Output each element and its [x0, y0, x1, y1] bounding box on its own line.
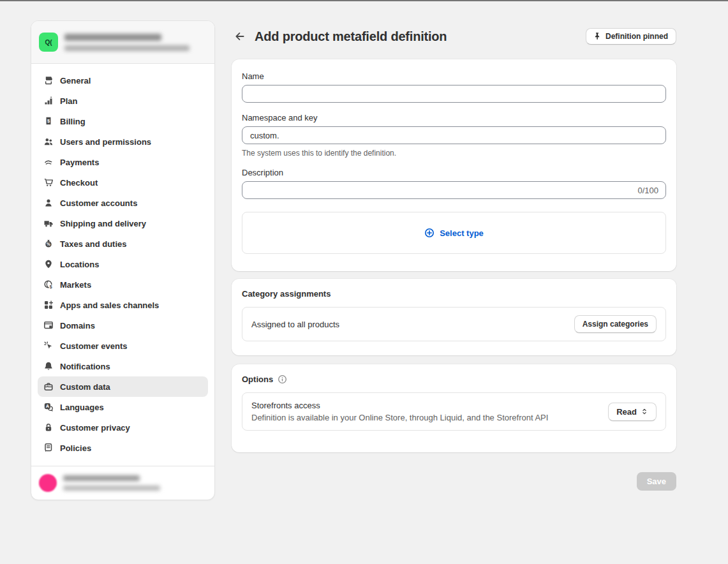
sidebar-item-label: Checkout: [60, 178, 98, 188]
sidebar-item-shipping-and-delivery[interactable]: Shipping and delivery: [38, 213, 208, 234]
store-url-redacted: [64, 45, 189, 51]
info-icon[interactable]: [278, 375, 287, 384]
user-identity: [63, 475, 160, 491]
sidebar-item-customer-accounts[interactable]: Customer accounts: [38, 193, 208, 213]
select-type-button[interactable]: Select type: [242, 212, 666, 254]
storefronts-access-title: Storefronts access: [251, 401, 608, 410]
sidebar-item-label: Customer events: [60, 341, 127, 351]
truck-icon: [43, 218, 54, 228]
sidebar-item-payments[interactable]: Payments: [38, 152, 208, 172]
assign-categories-label: Assign categories: [583, 320, 648, 329]
payments-icon: [43, 157, 54, 167]
sidebar-item-label: Apps and sales channels: [60, 301, 159, 310]
save-button[interactable]: Save: [637, 472, 676, 491]
sidebar-item-customer-events[interactable]: Customer events: [38, 336, 208, 356]
sidebar-nav: General Plan $ Billing Users and permiss…: [31, 64, 214, 464]
sidebar-item-label: Billing: [60, 117, 85, 126]
bell-icon: [43, 361, 54, 371]
sidebar-item-taxes-and-duties[interactable]: % Taxes and duties: [38, 234, 208, 254]
lock-icon: [43, 422, 54, 433]
settings-sidebar: Q( General Plan $ Billing Users and perm…: [31, 20, 215, 500]
plan-icon: [43, 96, 54, 106]
billing-icon: $: [43, 116, 54, 126]
sidebar-item-customer-privacy[interactable]: Customer privacy: [38, 417, 208, 438]
sidebar-item-label: Payments: [60, 158, 99, 167]
store-avatar: Q(: [39, 33, 58, 52]
arrow-left-icon: [234, 31, 246, 42]
sidebar-item-general[interactable]: General: [38, 70, 208, 91]
assign-categories-button[interactable]: Assign categories: [574, 315, 657, 333]
sidebar-item-label: Users and permissions: [60, 137, 151, 147]
back-button[interactable]: [232, 28, 248, 45]
sidebar-item-label: Plan: [60, 96, 77, 106]
sidebar-item-label: Taxes and duties: [60, 239, 127, 249]
user-account-footer[interactable]: [31, 466, 214, 500]
sidebar-item-checkout[interactable]: Checkout: [38, 172, 208, 193]
page-header: Add product metafield definition Definit…: [232, 27, 676, 46]
sidebar-item-label: Shipping and delivery: [60, 219, 146, 228]
namespace-key-input[interactable]: [242, 126, 666, 144]
sidebar-item-label: Customer privacy: [60, 423, 130, 433]
options-card: Options Storefronts access Definition is…: [232, 364, 676, 452]
cursor-icon: [43, 341, 54, 351]
select-type-label: Select type: [440, 228, 484, 238]
top-window-strip: [0, 0, 728, 1]
storefronts-access-value: Read: [616, 407, 637, 417]
cart-icon: [43, 177, 54, 188]
storefronts-access-select[interactable]: Read: [608, 403, 657, 421]
sidebar-item-label: General: [60, 76, 91, 85]
sidebar-item-policies[interactable]: Policies: [38, 438, 208, 458]
sidebar-item-domains[interactable]: Domains: [38, 315, 208, 336]
sidebar-item-label: Locations: [60, 260, 99, 269]
users-icon: [43, 137, 54, 147]
sidebar-item-plan[interactable]: Plan: [38, 91, 208, 111]
user-name-redacted: [63, 475, 140, 481]
sidebar-item-locations[interactable]: Locations: [38, 254, 208, 274]
svg-text:A: A: [46, 403, 50, 409]
plus-circle-icon: [424, 228, 435, 238]
domains-icon: [43, 320, 54, 330]
sidebar-item-label: Domains: [60, 321, 95, 330]
category-assignments-card: Category assignments Assigned to all pro…: [232, 279, 676, 355]
svg-text:%: %: [47, 242, 50, 246]
select-chevrons-icon: [641, 408, 648, 415]
store-header[interactable]: Q(: [31, 21, 214, 64]
page-title: Add product metafield definition: [255, 29, 447, 44]
sidebar-item-label: Policies: [60, 443, 91, 453]
definition-form-card: Name Namespace and key The system uses t…: [232, 59, 676, 271]
apps-icon: [43, 300, 54, 310]
store-name-redacted: [64, 34, 161, 41]
person-icon: [43, 198, 54, 208]
sidebar-item-apps-and-sales-channels[interactable]: Apps and sales channels: [38, 295, 208, 315]
sidebar-item-label: Notifications: [60, 362, 110, 371]
sidebar-item-label: Languages: [60, 403, 104, 412]
name-label: Name: [242, 71, 666, 81]
category-assignment-status: Assigned to all products: [251, 320, 574, 329]
svg-text:$: $: [50, 285, 52, 290]
sidebar-item-languages[interactable]: A Languages: [38, 397, 208, 417]
definition-pinned-button[interactable]: Definition pinned: [586, 28, 676, 45]
name-input[interactable]: [242, 85, 666, 103]
options-heading: Options: [242, 375, 273, 384]
description-input[interactable]: [242, 181, 666, 199]
user-email-redacted: [63, 486, 160, 491]
sidebar-item-users-and-permissions[interactable]: Users and permissions: [38, 131, 208, 152]
sidebar-item-markets[interactable]: $ Markets: [38, 274, 208, 295]
store-icon: [43, 75, 54, 85]
languages-icon: A: [43, 402, 54, 412]
pin-icon: [593, 32, 602, 41]
sidebar-item-label: Customer accounts: [60, 198, 137, 208]
description-label: Description: [242, 168, 666, 177]
user-avatar: [39, 474, 57, 492]
pin-icon: [43, 259, 54, 269]
tax-icon: %: [43, 239, 54, 249]
custom-data-icon: [43, 382, 54, 392]
sidebar-item-label: Custom data: [60, 382, 110, 392]
store-identity: [64, 34, 189, 51]
globe-icon: $: [43, 279, 54, 290]
sidebar-item-billing[interactable]: $ Billing: [38, 111, 208, 131]
sidebar-item-notifications[interactable]: Notifications: [38, 356, 208, 376]
definition-pinned-label: Definition pinned: [605, 32, 668, 41]
sidebar-item-custom-data[interactable]: Custom data: [38, 376, 208, 397]
namespace-key-label: Namespace and key: [242, 113, 666, 122]
